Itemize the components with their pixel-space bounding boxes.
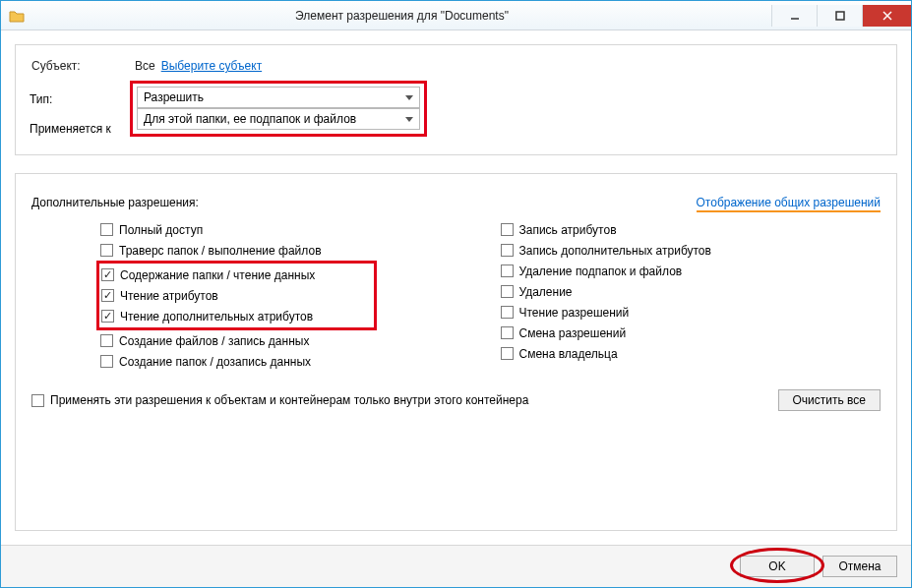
cancel-button[interactable]: Отмена [822,556,897,577]
subject-label: Субъект: [31,59,135,73]
applies-label: Применяется к [30,122,111,136]
show-basic-link[interactable]: Отображение общих разрешений [697,196,881,212]
perm-label: Запись дополнительных атрибутов [519,244,711,258]
perm-checkbox[interactable] [100,355,113,368]
perm-label: Чтение разрешений [519,306,630,320]
svg-rect-1 [836,12,844,20]
perm-checkbox[interactable] [501,347,514,360]
perm-checkbox[interactable] [101,310,114,323]
folder-icon [9,9,25,23]
perm-item: Смена разрешений [501,323,882,343]
permissions-right: Запись атрибутов Запись дополнительных а… [481,219,882,372]
perm-item: Содержание папки / чтение данных [101,265,315,285]
client-area: Субъект: Все Выберите субъект Разрешить [1,30,911,545]
perm-checkbox[interactable] [501,223,514,236]
only-container-label: Применять эти разрешения к объектам и ко… [50,393,528,407]
perm-item: Создание папок / дозапись данных [100,351,481,372]
perm-label: Траверс папок / выполнение файлов [119,244,322,258]
ok-button[interactable]: OK [740,556,815,577]
perm-label: Чтение дополнительных атрибутов [120,310,313,323]
perm-item: Удаление подпапок и файлов [501,261,882,281]
perm-item: Чтение атрибутов [101,285,315,306]
select-subject-link[interactable]: Выберите субъект [161,59,262,73]
footer: OK Отмена [1,545,911,587]
window-buttons [771,5,911,27]
perm-item: Чтение разрешений [501,302,882,323]
highlight-selectors: Разрешить Для этой папки, ее подпапок и … [130,81,427,137]
minimize-button[interactable] [771,5,817,27]
only-container-checkbox[interactable] [31,394,44,407]
subject-row: Субъект: Все Выберите субъект [31,59,881,73]
close-button[interactable] [862,5,911,27]
perm-checkbox[interactable] [501,326,514,339]
perm-label: Полный доступ [119,223,203,237]
perm-checkbox[interactable] [100,223,113,236]
type-select[interactable]: Разрешить [137,87,420,108]
perm-item: Запись атрибутов [501,219,882,240]
perm-label: Смена владельца [519,347,618,361]
perm-item: Запись дополнительных атрибутов [501,240,882,261]
perm-checkbox[interactable] [100,334,113,347]
perm-label: Смена разрешений [519,326,627,340]
permissions-left: Полный доступ Траверс папок / выполнение… [31,219,481,372]
titlebar: Элемент разрешения для "Documents" [1,1,911,30]
perm-label: Создание папок / дозапись данных [119,355,311,369]
window-title: Элемент разрешения для "Documents" [32,9,771,23]
only-container-row: Применять эти разрешения к объектам и ко… [31,389,881,411]
highlight-checked-group: Содержание папки / чтение данных Чтение … [96,261,377,330]
perm-label: Создание файлов / запись данных [119,334,309,348]
applies-select-value: Для этой папки, ее подпапок и файлов [144,112,356,126]
perm-label: Запись атрибутов [519,223,617,237]
applies-select[interactable]: Для этой папки, ее подпапок и файлов [137,108,420,130]
perm-item: Удаление [501,281,882,302]
perm-checkbox[interactable] [101,289,114,302]
perm-checkbox[interactable] [101,268,114,281]
type-label: Тип: [30,92,52,106]
permissions-panel: Дополнительные разрешения: Отображение о… [15,173,897,531]
permissions-columns: Полный доступ Траверс папок / выполнение… [31,219,881,372]
type-select-value: Разрешить [144,90,204,104]
perm-item: Смена владельца [501,343,882,364]
perm-item: Полный доступ [100,219,481,240]
perm-item: Создание файлов / запись данных [100,330,481,351]
perm-label: Содержание папки / чтение данных [120,268,315,282]
chevron-down-icon [405,112,413,126]
chevron-down-icon [405,90,413,104]
perm-checkbox[interactable] [501,244,514,257]
perm-label: Удаление подпапок и файлов [519,265,683,278]
perm-checkbox[interactable] [501,265,514,277]
perm-label: Чтение атрибутов [120,289,218,303]
perm-checkbox[interactable] [501,285,514,298]
window-frame: Элемент разрешения для "Documents" Субъе… [0,0,912,588]
subject-value: Все [135,59,155,73]
perm-item: Траверс папок / выполнение файлов [100,240,481,261]
perm-item: Чтение дополнительных атрибутов [101,306,315,326]
perm-label: Удаление [519,285,573,299]
perm-checkbox[interactable] [100,244,113,257]
perm-checkbox[interactable] [501,306,514,319]
maximize-button[interactable] [817,5,862,27]
principal-panel: Субъект: Все Выберите субъект Разрешить [15,44,897,155]
clear-all-button[interactable]: Очистить все [778,389,881,411]
